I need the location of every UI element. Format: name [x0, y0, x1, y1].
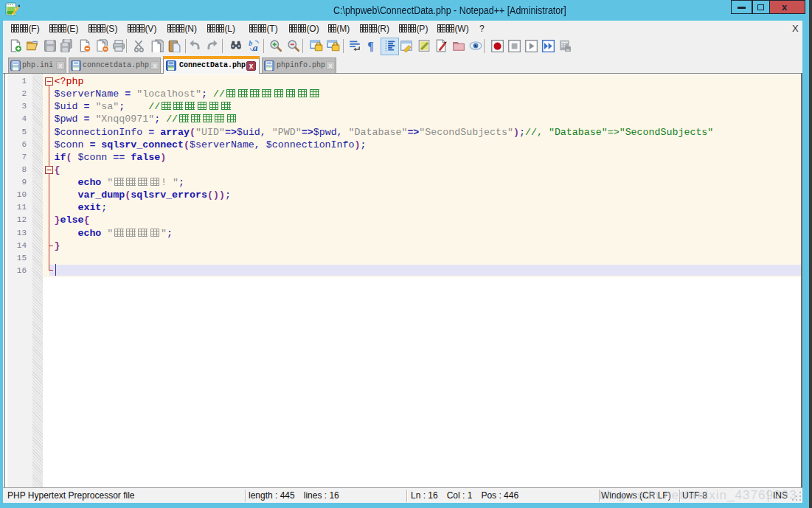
svg-text:uc: uc [566, 47, 570, 52]
svg-text:¶: ¶ [367, 40, 374, 52]
svg-text:b: b [249, 39, 252, 47]
